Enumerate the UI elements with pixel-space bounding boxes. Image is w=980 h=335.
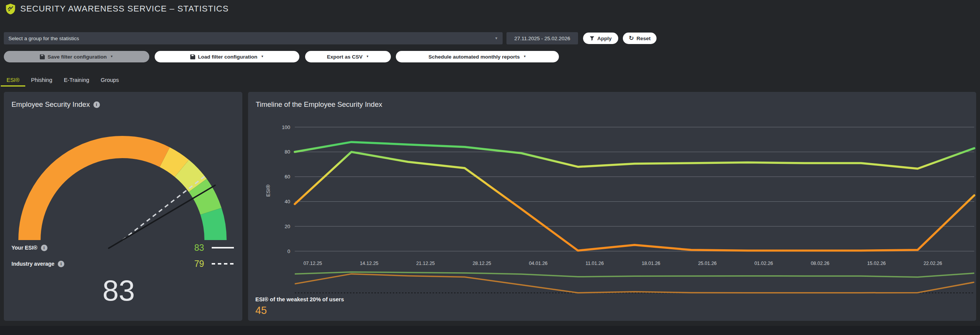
x-axis-tick: 18.01.26 xyxy=(642,261,660,266)
save-icon xyxy=(40,54,45,59)
security-awareness-statistics-page: SECURITY AWARENESS SERVICE – STATISTICS … xyxy=(0,0,980,335)
tab-bar: ESI® Phishing E-Training Groups xyxy=(1,74,125,87)
dashed-line-swatch xyxy=(211,262,235,266)
esi-timeline-chart: 100806040200ESI®07.12.2514.12.2521.12.25… xyxy=(248,92,976,321)
tab-groups-label: Groups xyxy=(101,77,119,83)
reset-label: Reset xyxy=(637,36,651,41)
industry-average-value: 79 xyxy=(180,259,204,269)
y-axis-tick: 60 xyxy=(285,174,290,180)
group-select-placeholder: Select a group for the statistics xyxy=(8,36,79,41)
date-range-input[interactable]: 27.11.2025 - 25.02.2026 xyxy=(506,32,578,44)
your-esi-value: 83 xyxy=(180,243,204,253)
y-axis-tick: 20 xyxy=(285,224,290,229)
caret-down-icon: ▼ xyxy=(261,55,264,58)
date-range-value: 27.11.2025 - 25.02.2026 xyxy=(514,36,570,41)
your-esi-row: Your ESI® i 83 xyxy=(11,242,235,253)
chevron-down-icon: ▼ xyxy=(495,37,498,40)
x-axis-tick: 22.02.26 xyxy=(923,261,942,266)
y-axis-tick: 40 xyxy=(285,199,290,204)
info-icon[interactable]: i xyxy=(58,261,64,267)
industry-average-label: Industry average i xyxy=(11,261,180,267)
timeline-card-title: Timeline of the Employee Security Index xyxy=(256,100,382,109)
x-axis-tick: 15.02.26 xyxy=(867,261,886,266)
series-esi-timeline xyxy=(295,142,974,169)
tab-e-training[interactable]: E-Training xyxy=(58,74,95,87)
industry-average-label-text: Industry average xyxy=(11,261,54,267)
shield-logo-icon xyxy=(5,3,16,15)
weakest-users-label: ESI® of the weakest 20% of users xyxy=(255,296,344,302)
x-axis-tick: 14.12.25 xyxy=(360,261,379,266)
reset-icon: ↻ xyxy=(629,35,634,41)
gauge-segment xyxy=(29,147,165,240)
save-filter-label: Save filter configuration xyxy=(47,54,107,60)
x-axis-tick: 07.12.25 xyxy=(304,261,322,266)
your-esi-label: Your ESI® i xyxy=(11,245,180,251)
load-filter-configuration-button[interactable]: Load filter configuration ▼ xyxy=(155,51,299,62)
tab-groups[interactable]: Groups xyxy=(95,74,125,87)
bottom-strip xyxy=(0,326,980,335)
app-header: SECURITY AWARENESS SERVICE – STATISTICS xyxy=(0,0,980,18)
gauge-segment xyxy=(211,211,216,240)
weakest-users-value: 45 xyxy=(255,305,267,317)
group-select[interactable]: Select a group for the statistics ▼ xyxy=(4,32,503,44)
caret-down-icon: ▼ xyxy=(110,55,113,58)
series-weakest-20-percent xyxy=(295,152,974,251)
employee-security-index-card: Employee Security Index i 83 Your ESI® i… xyxy=(4,92,242,321)
gauge-segment xyxy=(165,157,182,168)
chart-navigator[interactable] xyxy=(295,272,974,293)
y-axis-tick: 80 xyxy=(285,149,290,155)
your-esi-label-text: Your ESI® xyxy=(11,245,38,251)
export-csv-label: Export as CSV xyxy=(327,54,363,60)
page-title: SECURITY AWARENESS SERVICE – STATISTICS xyxy=(20,4,229,14)
x-axis-tick: 28.12.25 xyxy=(472,261,491,266)
y-axis-tick: 0 xyxy=(287,248,290,254)
export-as-csv-button[interactable]: Export as CSV ▼ xyxy=(305,51,391,62)
load-icon xyxy=(190,54,195,59)
timeline-card: 100806040200ESI®07.12.2514.12.2521.12.25… xyxy=(248,92,976,321)
x-axis-tick: 11.01.26 xyxy=(585,261,604,266)
solid-line-swatch xyxy=(211,246,235,250)
tab-esi[interactable]: ESI® xyxy=(1,74,25,87)
y-axis-title: ESI® xyxy=(265,185,271,197)
tab-phishing-label: Phishing xyxy=(31,77,52,83)
x-axis-tick: 04.01.26 xyxy=(529,261,548,266)
esi-needle xyxy=(109,185,215,248)
schedule-reports-label: Schedule automated monthly reports xyxy=(428,54,520,60)
x-axis-tick: 21.12.25 xyxy=(416,261,435,266)
filter-funnel-icon xyxy=(590,36,595,41)
x-axis-tick: 01.02.26 xyxy=(755,261,773,266)
esi-gauge-value: 83 xyxy=(91,276,147,305)
apply-button[interactable]: Apply xyxy=(583,33,618,44)
load-filter-label: Load filter configuration xyxy=(198,54,257,60)
reset-button[interactable]: ↻ Reset xyxy=(623,33,657,44)
save-filter-configuration-button[interactable]: Save filter configuration ▼ xyxy=(4,51,149,62)
caret-down-icon: ▼ xyxy=(523,55,526,58)
navigator-esi-series xyxy=(295,272,974,277)
tab-esi-label: ESI® xyxy=(7,77,20,83)
x-axis-tick: 25.01.26 xyxy=(698,261,717,266)
apply-label: Apply xyxy=(597,36,612,41)
caret-down-icon: ▼ xyxy=(366,55,369,58)
x-axis-tick: 08.02.26 xyxy=(811,261,830,266)
y-axis-tick: 100 xyxy=(282,124,290,130)
industry-average-row: Industry average i 79 xyxy=(11,258,235,270)
tab-e-training-label: E-Training xyxy=(64,77,89,83)
tab-phishing[interactable]: Phishing xyxy=(25,74,58,87)
timeline-card-title-text: Timeline of the Employee Security Index xyxy=(256,100,382,109)
info-icon[interactable]: i xyxy=(41,245,47,251)
schedule-monthly-reports-button[interactable]: Schedule automated monthly reports ▼ xyxy=(396,51,559,62)
